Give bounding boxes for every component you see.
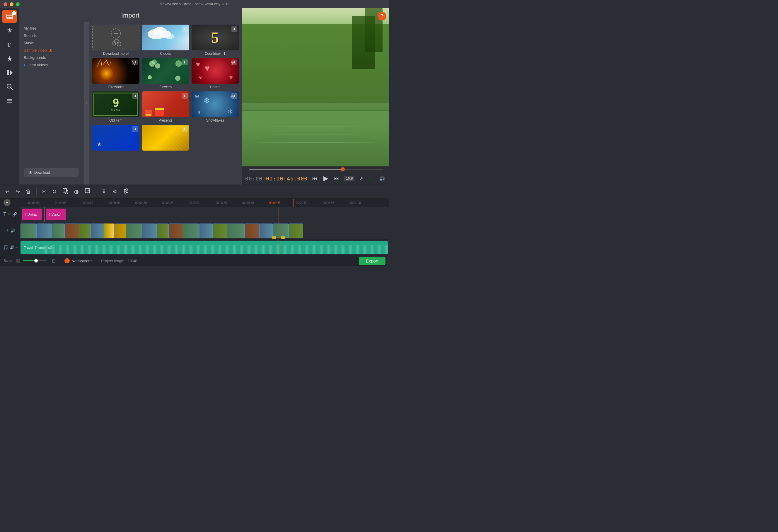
- tree-item-backgrounds[interactable]: Backgrounds: [19, 54, 83, 61]
- close-button[interactable]: [3, 2, 7, 6]
- tree-item-my-files[interactable]: My files: [19, 25, 83, 32]
- selection-handle-right[interactable]: [281, 236, 285, 239]
- eye-icon[interactable]: 👁: [7, 212, 11, 217]
- clouds-download-icon[interactable]: ⬇: [182, 26, 188, 32]
- scale-slider-thumb[interactable]: [34, 259, 38, 262]
- sidebar-item-filters[interactable]: [2, 94, 17, 107]
- cut-button[interactable]: ✂: [40, 187, 48, 196]
- selection-handle-left[interactable]: [272, 236, 276, 239]
- delete-button[interactable]: 🗑: [24, 187, 33, 196]
- video-vol-icon[interactable]: 🔊: [11, 228, 15, 233]
- download-button[interactable]: Download: [24, 168, 78, 177]
- seek-bar[interactable]: [249, 169, 383, 170]
- audio-track-content[interactable]: Travel_Theme.mp3: [20, 240, 389, 255]
- audio-filter-button[interactable]: [121, 187, 131, 197]
- video-clip-17[interactable]: [245, 224, 259, 238]
- video-clip-10[interactable]: [142, 224, 157, 238]
- video-clip-12[interactable]: [168, 224, 183, 238]
- video-clip-15[interactable]: [212, 224, 227, 238]
- collapse-panel-button[interactable]: ‹: [83, 22, 89, 184]
- sidebar-item-zoom[interactable]: [2, 80, 17, 93]
- link-icon[interactable]: 🔗: [12, 212, 17, 217]
- oldfilm-download-icon[interactable]: ⬇: [132, 93, 138, 99]
- minimize-button[interactable]: [10, 2, 13, 6]
- storyboard-button[interactable]: ⊞: [52, 258, 56, 264]
- seek-thumb[interactable]: [341, 167, 345, 171]
- fireworks-download-icon[interactable]: ⬇: [132, 60, 138, 65]
- media-item-download-more[interactable]: Download more!: [92, 25, 139, 56]
- video-clip-18[interactable]: [259, 224, 273, 238]
- video-clip-8[interactable]: [114, 224, 126, 238]
- tree-item-sounds[interactable]: Sounds: [19, 32, 83, 39]
- media-item-clouds[interactable]: ⬇ Clouds: [142, 25, 189, 56]
- video-clip-5[interactable]: [79, 224, 91, 238]
- scale-slider[interactable]: [23, 260, 47, 261]
- maximize-button[interactable]: [16, 2, 20, 6]
- settings-button[interactable]: ⚙: [111, 187, 119, 196]
- media-item-old-film[interactable]: 9 NINE ⬇ Old Film: [92, 91, 139, 123]
- sidebar-item-media[interactable]: !: [2, 10, 17, 23]
- redo-button[interactable]: ↪: [14, 187, 22, 196]
- hearts-download-icon[interactable]: ⬇: [231, 60, 237, 65]
- video-clip-6[interactable]: [91, 224, 104, 238]
- export-frame-button[interactable]: [83, 187, 92, 197]
- presents-download-icon[interactable]: ⬇: [182, 93, 188, 99]
- audio-clip[interactable]: Travel_Theme.mp3: [20, 241, 388, 254]
- video-clip-3[interactable]: [51, 224, 64, 238]
- video-clip-4[interactable]: [64, 224, 79, 238]
- snowflakes-download-icon[interactable]: ⬇: [231, 93, 237, 99]
- media-item-fireworks[interactable]: ⬇ Fireworks: [92, 58, 139, 89]
- tree-item-intro-videos[interactable]: ● Intro videos: [19, 61, 83, 69]
- sidebar-item-stickers[interactable]: [2, 52, 17, 65]
- media-item-snowflakes[interactable]: ❄ ❄ ❄ ❄ ❄ ⬇ Snowflakes: [191, 91, 239, 123]
- video-clip-20[interactable]: [289, 224, 303, 238]
- skip-back-button[interactable]: ⏮: [311, 175, 319, 182]
- title-clip-vyrazir[interactable]: T Vyrázír: [46, 209, 66, 220]
- sidebar-item-text[interactable]: T: [2, 38, 17, 51]
- media-item-hearts[interactable]: ♥ ♥ ♥ ♥ ♥ ⬇ Hearts: [191, 58, 239, 89]
- audio-scissors-icon[interactable]: ✂: [15, 245, 18, 249]
- title-clip-unikatr[interactable]: T Unikátr: [22, 209, 42, 220]
- fullscreen-button[interactable]: ⛶: [368, 175, 375, 181]
- play-button[interactable]: ▶: [322, 174, 329, 183]
- crop-button[interactable]: [61, 187, 70, 197]
- add-track-button[interactable]: +: [3, 199, 11, 206]
- audio-mute-icon[interactable]: 🔊: [10, 245, 14, 250]
- flowers-download-icon[interactable]: ⬇: [182, 60, 188, 65]
- media-item-presents[interactable]: ⬇ Presents: [142, 91, 189, 123]
- export-button[interactable]: Export: [359, 256, 386, 265]
- scale-icons: ⬛: [16, 259, 20, 263]
- color-button[interactable]: ◑: [72, 187, 81, 196]
- video-clip-16[interactable]: [227, 224, 245, 238]
- rotate-button[interactable]: ↻: [50, 187, 58, 196]
- video-clip-13[interactable]: [183, 224, 199, 238]
- video-clip-14[interactable]: [199, 224, 212, 238]
- video-clip-1[interactable]: [20, 224, 36, 238]
- svg-rect-18: [49, 51, 53, 52]
- sidebar-item-effects[interactable]: [2, 24, 17, 37]
- video-clip-2[interactable]: [36, 224, 51, 238]
- record-button[interactable]: 🎙: [100, 187, 108, 196]
- skip-forward-button[interactable]: ⏭: [333, 175, 341, 182]
- gold-download-icon[interactable]: ⬇: [182, 126, 188, 132]
- share-button[interactable]: ↗: [358, 175, 364, 182]
- media-grid-area[interactable]: Download more!: [89, 22, 242, 184]
- tree-item-sample-video[interactable]: Sample video: [19, 47, 83, 54]
- video-clip-11[interactable]: [157, 224, 168, 238]
- volume-button[interactable]: 🔊: [378, 175, 386, 182]
- sidebar-item-transitions[interactable]: [2, 66, 17, 79]
- video-clip-19[interactable]: [273, 224, 289, 238]
- blue-download-icon[interactable]: ⬇: [132, 126, 138, 132]
- media-item-countdown1[interactable]: 5 ⬇ Countdown 1: [191, 25, 239, 56]
- notifications-button[interactable]: ! Notifications: [64, 258, 92, 263]
- media-item-flowers[interactable]: ⬇ Flowers: [142, 58, 189, 89]
- tree-item-music[interactable]: Music: [19, 39, 83, 47]
- video-clip-9[interactable]: [126, 224, 142, 238]
- media-item-gold[interactable]: ⬇: [142, 125, 189, 152]
- undo-button[interactable]: ↩: [3, 187, 11, 196]
- video-track-content[interactable]: [20, 222, 389, 239]
- video-clip-selected[interactable]: [104, 224, 114, 238]
- video-eye-icon[interactable]: 👁: [6, 228, 9, 233]
- countdown-download-icon[interactable]: ⬇: [231, 26, 237, 32]
- media-item-blue[interactable]: ★ ⬇: [92, 125, 139, 152]
